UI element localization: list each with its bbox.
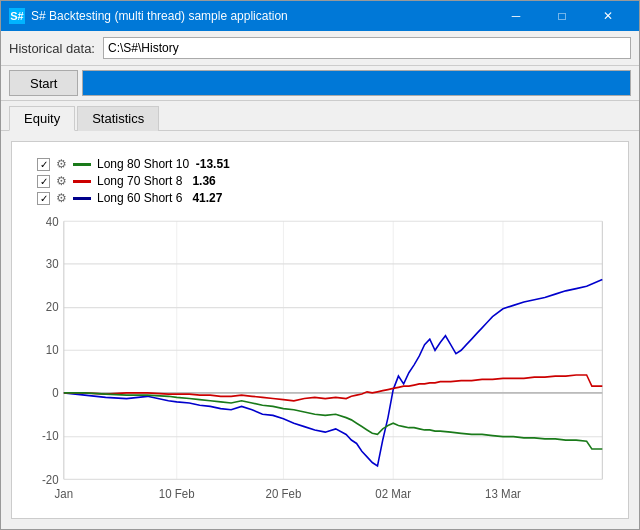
legend-color-2 (73, 180, 91, 183)
legend-gear-3[interactable]: ⚙ (56, 191, 67, 205)
svg-text:-10: -10 (42, 429, 59, 443)
legend-label-1: Long 80 Short 10 -13.51 (97, 157, 230, 171)
tab-statistics[interactable]: Statistics (77, 106, 159, 131)
legend-gear-1[interactable]: ⚙ (56, 157, 67, 171)
window-title: S# Backtesting (multi thread) sample app… (31, 9, 493, 23)
action-bar: Start (1, 66, 639, 101)
chart-svg: 40 30 20 10 0 -10 -20 Jan 10 Feb 20 Feb … (22, 210, 618, 513)
svg-text:20 Feb: 20 Feb (266, 487, 302, 501)
svg-text:13 Mar: 13 Mar (485, 487, 521, 501)
toolbar: Historical data: (1, 31, 639, 66)
title-bar: S# S# Backtesting (multi thread) sample … (1, 1, 639, 31)
svg-text:Jan: Jan (55, 487, 74, 501)
legend-color-3 (73, 197, 91, 200)
tab-equity[interactable]: Equity (9, 106, 75, 131)
tabs: Equity Statistics (1, 101, 639, 131)
start-button[interactable]: Start (9, 70, 78, 96)
svg-text:20: 20 (46, 300, 59, 314)
svg-text:30: 30 (46, 257, 59, 271)
svg-text:-20: -20 (42, 472, 59, 486)
svg-text:02 Mar: 02 Mar (375, 487, 411, 501)
minimize-button[interactable]: ─ (493, 1, 539, 31)
chart-legend: ✓ ⚙ Long 80 Short 10 -13.51 ✓ ⚙ Long 70 … (17, 152, 623, 210)
chart-area: 40 30 20 10 0 -10 -20 Jan 10 Feb 20 Feb … (22, 210, 618, 513)
svg-text:10: 10 (46, 342, 59, 356)
legend-label-2: Long 70 Short 8 1.36 (97, 174, 216, 188)
legend-item-1: ✓ ⚙ Long 80 Short 10 -13.51 (37, 157, 613, 171)
legend-item-2: ✓ ⚙ Long 70 Short 8 1.36 (37, 174, 613, 188)
legend-gear-2[interactable]: ⚙ (56, 174, 67, 188)
svg-text:0: 0 (52, 386, 59, 400)
app-icon: S# (9, 8, 25, 24)
historical-data-input[interactable] (103, 37, 631, 59)
legend-checkbox-1[interactable]: ✓ (37, 158, 50, 171)
tab-content: ✓ ⚙ Long 80 Short 10 -13.51 ✓ ⚙ Long 70 … (1, 131, 639, 529)
historical-data-label: Historical data: (9, 41, 95, 56)
progress-bar (82, 70, 631, 96)
svg-text:10 Feb: 10 Feb (159, 487, 195, 501)
close-button[interactable]: ✕ (585, 1, 631, 31)
main-window: S# S# Backtesting (multi thread) sample … (0, 0, 640, 530)
svg-text:40: 40 (46, 214, 59, 228)
legend-label-3: Long 60 Short 6 41.27 (97, 191, 222, 205)
chart-series-1 (64, 393, 602, 449)
window-controls: ─ □ ✕ (493, 1, 631, 31)
chart-container: ✓ ⚙ Long 80 Short 10 -13.51 ✓ ⚙ Long 70 … (11, 141, 629, 519)
maximize-button[interactable]: □ (539, 1, 585, 31)
legend-item-3: ✓ ⚙ Long 60 Short 6 41.27 (37, 191, 613, 205)
legend-checkbox-2[interactable]: ✓ (37, 175, 50, 188)
legend-checkbox-3[interactable]: ✓ (37, 192, 50, 205)
legend-color-1 (73, 163, 91, 166)
